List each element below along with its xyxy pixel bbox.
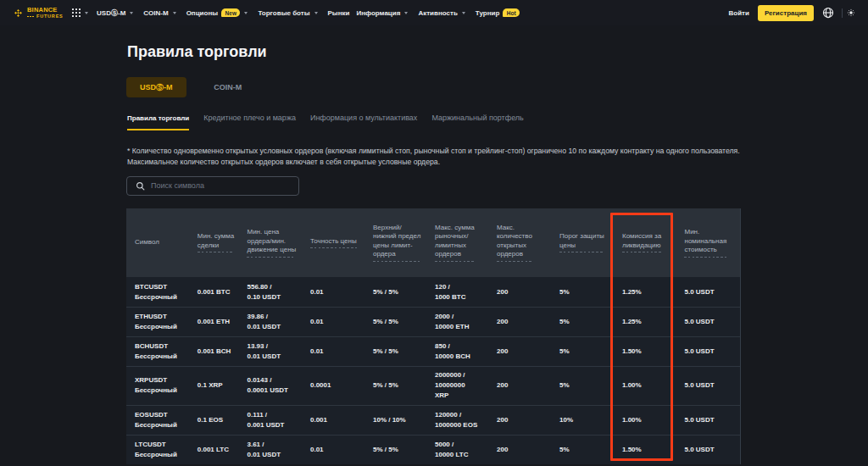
column-header-2: Мин. суммасделки <box>188 208 238 278</box>
table-cell: 200 <box>487 307 550 336</box>
top-navbar: BINANCE FUTURES USDⓈ-MCOIN-MОпционыNewТо… <box>0 0 868 25</box>
nav-item-label: COIN-M <box>143 9 168 17</box>
symbol-search-box[interactable] <box>126 176 299 197</box>
table-row-5: EOSUSDTБессрочный0.1 EOS0.111 /0.001 USD… <box>126 405 742 435</box>
table-cell: 200 <box>487 277 550 307</box>
table-cell: 5% / 5% <box>364 277 426 307</box>
register-button[interactable]: Регистрация <box>758 5 814 21</box>
chevron-down-icon <box>244 12 248 14</box>
table-cell: 200 <box>487 435 550 464</box>
nav-item-2[interactable]: COIN-M <box>143 9 175 17</box>
nav-item-6[interactable]: Информация <box>356 9 408 17</box>
table-cell: 0.1 EOS <box>188 405 238 435</box>
table-cell: 0.001 BTC <box>188 277 238 307</box>
table-cell: BTCUSDTБессрочный <box>126 277 189 307</box>
section-tab-4[interactable]: Маржинальный портфель <box>431 114 523 130</box>
table-cell: 0.0143 /0.0001 USDT <box>238 366 302 405</box>
nav-item-7[interactable]: Активность <box>418 9 465 17</box>
column-header-label: Макс.количествооткрытыхордеров <box>497 224 532 262</box>
rules-note-line1: * Количество одновременно открытых услов… <box>127 146 771 157</box>
nav-item-3[interactable]: ОпционыNew <box>186 8 248 17</box>
column-header-9: Комиссия заликвидацию <box>613 208 676 278</box>
table-cell: 3.61 /0.01 USDT <box>238 435 302 464</box>
table-cell: 120000 /1000000 EOS <box>426 405 487 435</box>
table-header: СимволМин. суммасделкиМин. ценаордера/ми… <box>126 208 742 278</box>
table-cell: 5.0 USDT <box>676 366 741 405</box>
nav-item-label: USDⓈ-M <box>97 8 125 18</box>
table-row-4: XRPUSDTБессрочный0.1 XRP0.0143 /0.0001 U… <box>126 366 742 405</box>
market-tab-1[interactable]: USDⓈ-M <box>126 77 186 97</box>
table-cell: 5% / 5% <box>364 336 426 366</box>
column-header-4: Точность цены <box>301 208 364 278</box>
column-header-label: Мин. ценаордера/мин.движение цены <box>247 228 296 257</box>
language-globe-icon[interactable] <box>822 7 834 19</box>
nav-item-label: Опционы <box>186 9 218 17</box>
table-cell: 0.01 <box>301 336 364 366</box>
column-header-label: Комиссия заликвидацию <box>622 232 661 252</box>
table-cell: 0.001 BCH <box>188 336 238 366</box>
table-cell: 5.0 USDT <box>676 405 741 435</box>
table-cell: 5% / 5% <box>364 366 426 405</box>
section-tab-2[interactable]: Кредитное плечо и маржа <box>203 114 296 130</box>
binance-futures-logo[interactable]: BINANCE FUTURES <box>14 7 64 19</box>
nav-item-label: Торговые боты <box>258 9 309 17</box>
nav-item-8[interactable]: ТурнирHot <box>476 8 520 17</box>
page-title: Правила торговли <box>127 44 267 59</box>
table-cell: BCHUSDTБессрочный <box>126 336 189 366</box>
table-cell: 120 /1000 BTC <box>426 277 487 307</box>
market-type-tabs: USDⓈ-MCOIN-M <box>126 77 270 97</box>
table-cell: LTCUSDTБессрочный <box>126 435 189 464</box>
table-cell: 200 <box>487 405 550 435</box>
section-tab-1[interactable]: Правила торговли <box>127 114 189 130</box>
apps-grid-menu[interactable] <box>72 8 89 18</box>
table-cell: 1.00% <box>613 405 676 435</box>
search-icon <box>136 181 145 191</box>
table-cell: 1.25% <box>613 277 676 307</box>
table-right-edge <box>740 208 742 465</box>
column-header-7: Макс.количествооткрытыхордеров <box>487 208 550 278</box>
table-cell: EOSUSDTБессрочный <box>126 405 189 435</box>
table-cell: 5.0 USDT <box>676 336 741 366</box>
table-cell: 0.01 <box>301 435 364 464</box>
table-cell: 5% <box>550 366 613 405</box>
nav-badge: New <box>221 8 240 17</box>
table-cell: 850 /10000 BCH <box>426 336 487 366</box>
symbol-search-input[interactable] <box>151 181 278 190</box>
table-cell: XRPUSDTБессрочный <box>126 366 189 405</box>
nav-badge: Hot <box>503 8 520 17</box>
table-cell: 5% <box>550 435 613 464</box>
table-cell: 39.86 /0.01 USDT <box>238 307 302 336</box>
table-row-6: LTCUSDTБессрочный0.001 LTC3.61 /0.01 USD… <box>126 435 742 464</box>
table-cell: 5% <box>550 277 613 307</box>
grid-icon <box>72 8 81 18</box>
nav-item-5[interactable]: Рынки <box>328 9 350 17</box>
section-tab-3[interactable]: Информация о мультиактивах <box>310 114 417 130</box>
column-header-label: Верхний/нижний пределцены лимит-ордера <box>373 224 420 262</box>
nav-item-4[interactable]: Торговые боты <box>258 9 317 17</box>
theme-toggle-icon[interactable] <box>847 8 855 17</box>
logo-futures-label: FUTURES <box>27 14 64 19</box>
table-cell: 5000 /10000 LTC <box>426 435 487 464</box>
table-cell: 556.80 /0.10 USDT <box>238 277 302 307</box>
nav-item-label: Активность <box>418 9 457 17</box>
table-cell: 13.93 /0.01 USDT <box>238 336 302 366</box>
column-header-label: Мин. суммасделки <box>198 232 234 252</box>
table-row-3: BCHUSDTБессрочный0.001 BCH13.93 /0.01 US… <box>126 336 742 366</box>
chevron-down-icon <box>462 12 465 14</box>
table-cell: 5% / 5% <box>364 307 426 336</box>
chevron-down-icon <box>404 12 408 14</box>
column-header-label: Макс. суммарыночных/лимитныхордеров <box>435 224 475 262</box>
login-link[interactable]: Войти <box>729 9 749 17</box>
column-header-label: Символ <box>135 238 159 247</box>
table-cell: 0.001 <box>301 405 364 435</box>
table-cell: ETHUSDTБессрочный <box>126 307 189 336</box>
logo-binance-label: BINANCE <box>27 7 64 14</box>
chevron-down-icon <box>85 12 88 14</box>
nav-items: USDⓈ-MCOIN-MОпционыNewТорговые ботыРынки… <box>97 8 530 18</box>
market-tab-2[interactable]: COIN-M <box>198 77 259 97</box>
chevron-down-icon <box>130 12 133 14</box>
nav-item-1[interactable]: USDⓈ-M <box>97 8 133 18</box>
table-cell: 5% <box>550 307 613 336</box>
nav-item-label: Рынки <box>328 9 350 17</box>
table-cell: 1.50% <box>613 336 676 366</box>
